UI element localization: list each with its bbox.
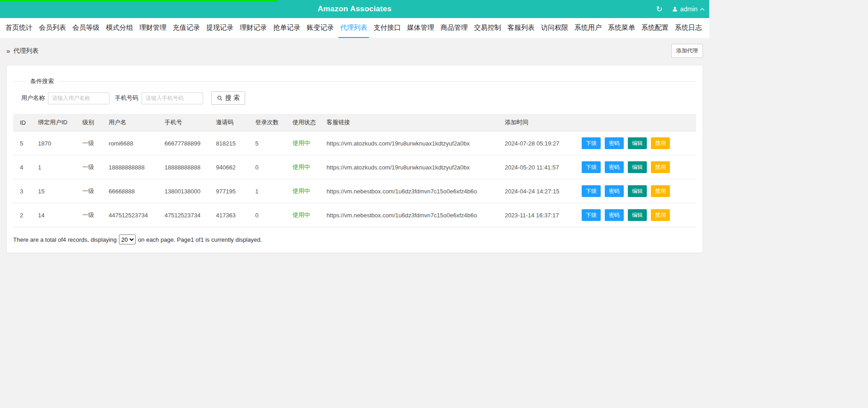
- subordinate-button[interactable]: 下级: [582, 137, 601, 149]
- username-input[interactable]: [48, 92, 109, 104]
- column-header: 登录次数: [251, 114, 288, 131]
- cell-service-link: https://vm.nebestbox.com/1u6dz3fdmvn7c15…: [322, 179, 500, 203]
- cell-bind-user-id: 15: [33, 179, 78, 203]
- agents-table: ID绑定用户ID级别用户名手机号邀请码登录次数使用状态客服链接添加时间 5187…: [13, 114, 696, 227]
- nav-item-finance-manage[interactable]: 理财管理: [138, 18, 168, 38]
- breadcrumb-current: 代理列表: [13, 47, 38, 55]
- nav-item-agent-list[interactable]: 代理列表: [338, 18, 369, 38]
- nav-item-system-logs[interactable]: 系统日志: [673, 18, 704, 38]
- cell-add-time: 2023-11-14 16:37:17: [500, 203, 573, 227]
- breadcrumb-marker: »: [6, 47, 10, 55]
- cell-login-count: 1: [251, 179, 288, 203]
- search-button-label: 搜 索: [225, 94, 240, 102]
- cell-level: 一级: [78, 179, 104, 203]
- cell-phone: 13800138000: [160, 179, 212, 203]
- cell-username: 447512523734: [104, 203, 160, 227]
- password-button[interactable]: 密码: [605, 137, 624, 149]
- nav-item-product-manage[interactable]: 商品管理: [439, 18, 470, 38]
- nav-item-payment-api[interactable]: 支付接口: [372, 18, 403, 38]
- nav-item-withdraw-records[interactable]: 提现记录: [204, 18, 235, 38]
- cell-service-link: https://vm.atozkuds.com/19ru8urwknuax1kd…: [322, 155, 500, 179]
- nav-item-order-grab-records[interactable]: 抢单记录: [271, 18, 302, 38]
- column-header: 添加时间: [500, 114, 573, 131]
- nav-item-system-config[interactable]: 系统配置: [640, 18, 670, 38]
- table-header-row: ID绑定用户ID级别用户名手机号邀请码登录次数使用状态客服链接添加时间: [13, 114, 696, 131]
- search-fieldset: 条件搜索 用户名称 手机号码 搜 索: [13, 77, 696, 112]
- cell-id: 4: [13, 155, 33, 179]
- cell-level: 一级: [78, 155, 104, 179]
- cell-invite-code: 940662: [212, 155, 251, 179]
- disable-button[interactable]: 禁用: [651, 137, 670, 149]
- edit-button[interactable]: 编辑: [628, 137, 647, 149]
- nav-item-system-menu[interactable]: 系统菜单: [606, 18, 637, 38]
- nav-item-home-stats[interactable]: 首页统计: [4, 18, 34, 38]
- search-icon: [217, 95, 223, 101]
- nav-menu: 首页统计会员列表会员等级模式分组理财管理充值记录提现记录理财记录抢单记录账变记录…: [0, 18, 709, 38]
- nav-item-service-list[interactable]: 客服列表: [506, 18, 536, 38]
- user-menu[interactable]: admin: [672, 5, 705, 13]
- status-badge: 使用中: [293, 164, 310, 170]
- column-header: 手机号: [160, 114, 212, 131]
- disable-button[interactable]: 禁用: [651, 161, 670, 173]
- cell-invite-code: 818215: [212, 131, 251, 155]
- cell-add-time: 2024-07-28 05:19:27: [500, 131, 573, 155]
- cell-id: 2: [13, 203, 33, 227]
- status-badge: 使用中: [293, 140, 310, 146]
- phone-input[interactable]: [142, 92, 203, 104]
- cell-service-link: https://vm.atozkuds.com/19ru8urwknuax1kd…: [322, 131, 500, 155]
- nav-item-account-change-records[interactable]: 账变记录: [305, 18, 336, 38]
- column-header: 用户名: [104, 114, 160, 131]
- nav-item-media-manage[interactable]: 媒体管理: [405, 18, 436, 38]
- column-header: 客服链接: [322, 114, 500, 131]
- password-button[interactable]: 密码: [605, 161, 624, 173]
- phone-label: 手机号码: [115, 94, 138, 102]
- column-header: 绑定用户ID: [33, 114, 78, 131]
- nav-item-recharge-records[interactable]: 充值记录: [171, 18, 202, 38]
- user-icon: [672, 6, 678, 12]
- edit-button[interactable]: 编辑: [628, 185, 647, 197]
- edit-button[interactable]: 编辑: [628, 161, 647, 173]
- cell-actions: 下级密码编辑禁用: [573, 203, 696, 227]
- cell-phone: 47512523734: [160, 203, 212, 227]
- column-header: [573, 114, 696, 131]
- password-button[interactable]: 密码: [605, 185, 624, 197]
- cell-id: 5: [13, 131, 33, 155]
- cell-level: 一级: [78, 203, 104, 227]
- subordinate-button[interactable]: 下级: [582, 161, 601, 173]
- nav-item-member-level[interactable]: 会员等级: [71, 18, 101, 38]
- edit-button[interactable]: 编辑: [628, 209, 647, 221]
- search-button[interactable]: 搜 索: [211, 91, 245, 105]
- disable-button[interactable]: 禁用: [651, 209, 670, 221]
- search-legend: 条件搜索: [26, 77, 58, 85]
- nav-item-mode-group[interactable]: 模式分组: [104, 18, 135, 38]
- nav-item-finance-records[interactable]: 理财记录: [238, 18, 269, 38]
- nav-item-trade-control[interactable]: 交易控制: [472, 18, 503, 38]
- cell-username: romi6688: [104, 131, 160, 155]
- nav-item-system-users[interactable]: 系统用户: [573, 18, 603, 38]
- add-agent-button[interactable]: 添加代理: [671, 44, 703, 58]
- search-form: 用户名称 手机号码 搜 索: [13, 91, 696, 105]
- cell-phone: 66677788899: [160, 131, 212, 155]
- disable-button[interactable]: 禁用: [651, 185, 670, 197]
- nav-item-access-permission[interactable]: 访问权限: [539, 18, 570, 38]
- cell-username: 18888888888: [104, 155, 160, 179]
- cell-add-time: 2024-04-24 14:27:15: [500, 179, 573, 203]
- cell-bind-user-id: 1870: [33, 131, 78, 155]
- password-button[interactable]: 密码: [605, 209, 624, 221]
- refresh-icon[interactable]: ↻: [656, 5, 663, 13]
- top-header: Amazon Associates ↻ admin: [0, 0, 709, 18]
- subordinate-button[interactable]: 下级: [582, 209, 601, 221]
- cell-invite-code: 417363: [212, 203, 251, 227]
- nav-item-member-list[interactable]: 会员列表: [37, 18, 68, 38]
- page-size-select[interactable]: 20: [119, 234, 136, 244]
- cell-status: 使用中: [288, 203, 322, 227]
- cell-bind-user-id: 1: [33, 155, 78, 179]
- cell-id: 3: [13, 179, 33, 203]
- chevron-up-icon: [700, 8, 705, 11]
- username-label: 用户名称: [21, 94, 45, 102]
- cell-actions: 下级密码编辑禁用: [573, 179, 696, 203]
- username-label: admin: [680, 5, 697, 13]
- pagination-text-after: on each page. Page1 of1 is currently dis…: [138, 236, 262, 243]
- subordinate-button[interactable]: 下级: [582, 185, 601, 197]
- cell-service-link: https://vm.nebestbox.com/1u6dz3fdmvn7c15…: [322, 203, 500, 227]
